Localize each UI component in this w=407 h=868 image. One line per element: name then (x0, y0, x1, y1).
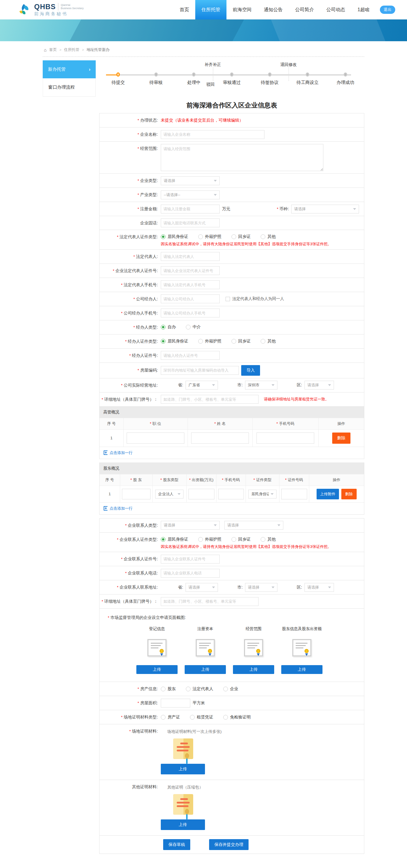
district-select[interactable]: 请选择 (305, 583, 334, 592)
currency-select[interactable]: 请选择 (291, 205, 359, 214)
add-executive-row-link[interactable]: 点击添加一行 (99, 447, 364, 459)
upload-button[interactable]: 上传 (185, 665, 226, 674)
nav-item-notices[interactable]: 通知公告 (258, 0, 289, 20)
radio-home-return-permit[interactable]: 回乡证 (231, 339, 251, 344)
breadcrumb-level1[interactable]: 住所托管 (64, 47, 80, 53)
province-select[interactable]: 请选择 (186, 583, 218, 592)
business-scope-textarea[interactable] (161, 144, 323, 171)
shareholder-input[interactable] (122, 489, 151, 499)
radio-dot (161, 537, 165, 542)
nav-item-residence-trusteeship[interactable]: 住所托管 (195, 0, 226, 20)
contact-type-select-1[interactable]: 请选择 (161, 521, 220, 530)
radio-other[interactable]: 其他 (261, 537, 276, 542)
form-row-screenshots: 市场监督管理局的企业设立申请页面截图: 登记信息 上传 注册资本 上传 经营范围 (99, 608, 364, 682)
radio-foreign-passport[interactable]: 外籍护照 (198, 234, 221, 239)
field-label: 企业类型: (99, 176, 161, 185)
radio-foreign-passport[interactable]: 外籍护照 (198, 537, 221, 542)
cert-no-input[interactable] (281, 489, 307, 499)
field-label: 办理状态: (99, 116, 161, 125)
district-select[interactable]: 请选择 (305, 381, 334, 390)
shareholder-type-select[interactable]: 企业法人 (155, 490, 184, 498)
radio-other[interactable]: 其他 (261, 339, 276, 344)
document-thumbnail (173, 794, 193, 815)
house-code-input[interactable] (161, 366, 239, 375)
mobile-input[interactable] (256, 433, 314, 444)
city-label: 市: (238, 382, 243, 388)
radio-self-handle[interactable]: 自办 (161, 324, 176, 330)
upload-attachment-button[interactable]: 上传附件 (317, 489, 339, 499)
legal-mobile-input[interactable] (161, 280, 220, 289)
sidebar-item-window-process[interactable]: 窗口办理流程 (43, 78, 96, 97)
delete-row-button[interactable]: 删除 (332, 433, 350, 444)
form-row-other-cert-material: 其他证明材料: 其他证明（压缩包） 上传 (99, 780, 364, 836)
chevron-down-icon (272, 384, 275, 386)
nav-item-username[interactable]: 1超啥 (351, 0, 376, 20)
company-phone-input[interactable] (161, 218, 220, 227)
radio-enterprise[interactable]: 企业 (223, 686, 238, 692)
import-button[interactable]: 导入 (241, 365, 260, 376)
registered-amount-input[interactable] (161, 205, 220, 214)
nav-item-home[interactable]: 首页 (174, 0, 195, 20)
nav-item-qianhai-space[interactable]: 前海空间 (226, 0, 258, 20)
radio-foreign-passport[interactable]: 外籍护照 (198, 339, 221, 344)
cert-type-select[interactable]: 居民身份证 (248, 490, 277, 498)
radio-shareholder[interactable]: 股东 (161, 686, 176, 692)
contact-cert-no-input[interactable] (161, 555, 220, 563)
radio-home-return-permit[interactable]: 回乡证 (231, 537, 251, 542)
province-select[interactable]: 广东省 (186, 381, 218, 390)
chevron-down-icon (214, 180, 217, 182)
radio-legal-representative[interactable]: 法定代表人 (186, 686, 213, 692)
radio-property-cert[interactable]: 房产证 (161, 715, 180, 720)
radio-home-return-permit[interactable]: 回乡证 (231, 234, 251, 239)
mobile-input[interactable] (218, 489, 244, 499)
upload-button[interactable]: 上传 (136, 665, 178, 674)
add-shareholder-row-link[interactable]: 点击添加一行 (99, 502, 364, 515)
upload-button[interactable]: 上传 (161, 764, 205, 774)
upload-button[interactable]: 上传 (281, 665, 322, 674)
radio-inspection-free-cert[interactable]: 免检验证明 (223, 715, 251, 720)
company-name-input[interactable] (161, 130, 264, 139)
contact-type-select-2[interactable]: 请选择 (224, 521, 283, 530)
city-label: 市: (238, 585, 243, 590)
save-and-submit-button[interactable]: 保存并提交办理 (209, 839, 249, 850)
detail-address-input[interactable] (161, 597, 258, 606)
name-input[interactable] (191, 433, 249, 444)
agent-mobile-input[interactable] (161, 309, 220, 317)
industry-type-select[interactable]: --请选择-- (161, 190, 220, 199)
radio-id-card[interactable]: 居民身份证 (161, 339, 188, 344)
form-row-company-phone: 企业固话: (99, 216, 364, 230)
sidebar-item-new-trusteeship[interactable]: 新办托管 › (43, 60, 96, 78)
legal-name-input[interactable] (161, 252, 220, 261)
same-person-checkbox-label[interactable]: 法定代表人和经办人为同一人 (232, 296, 284, 302)
legal-cert-no-input[interactable] (161, 266, 220, 275)
breadcrumb-home[interactable]: 首页 (49, 47, 57, 53)
capital-input[interactable] (188, 489, 214, 499)
radio-id-card[interactable]: 居民身份证 (161, 537, 188, 542)
house-area-input[interactable] (161, 699, 190, 708)
delete-row-button[interactable]: 删除 (341, 489, 357, 499)
same-person-checkbox[interactable] (226, 297, 230, 301)
position-input[interactable] (127, 433, 184, 444)
radio-intermediary[interactable]: 中介 (186, 324, 201, 330)
contact-phone-input[interactable] (161, 569, 220, 578)
logout-button[interactable]: 退出 (380, 6, 395, 14)
city-select[interactable]: 深圳市 (245, 381, 277, 390)
nav-item-company-news[interactable]: 公司动态 (320, 0, 351, 20)
province-label: 省: (178, 585, 183, 590)
agent-cert-no-input[interactable] (161, 351, 220, 360)
save-draft-button[interactable]: 保存草稿 (163, 839, 190, 850)
agent-input[interactable] (161, 294, 220, 303)
radio-dot (231, 235, 236, 239)
radio-id-card[interactable]: 居民身份证 (161, 234, 188, 239)
city-select[interactable]: 请选择 (245, 583, 277, 592)
upload-button[interactable]: 上传 (161, 819, 205, 830)
detail-address-input[interactable] (161, 395, 258, 404)
field-label: 市场监督管理局的企业设立申请页面截图: (99, 611, 364, 622)
company-type-select[interactable]: 请选择 (161, 176, 220, 185)
form-row-detail-address-2: 详细地址（具体至门牌号）： (99, 594, 364, 609)
radio-dot (190, 715, 195, 720)
radio-other[interactable]: 其他 (261, 234, 276, 239)
nav-item-company-profile[interactable]: 公司简介 (289, 0, 320, 20)
upload-button[interactable]: 上传 (233, 665, 274, 674)
radio-lease-voucher[interactable]: 租赁凭证 (190, 715, 213, 720)
